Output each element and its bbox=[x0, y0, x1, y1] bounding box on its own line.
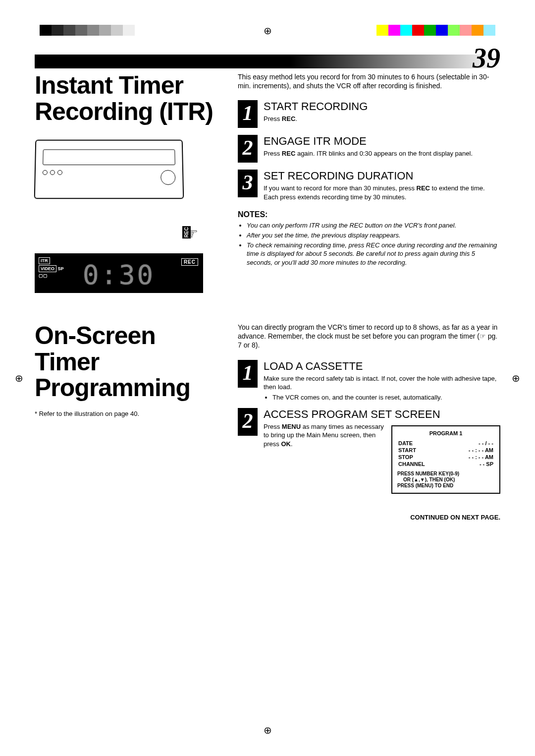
step-number: 2 bbox=[238, 408, 258, 436]
step-text: Press REC again. ITR blinks and 0:30 app… bbox=[264, 149, 500, 158]
notes-list: You can only perform ITR using the REC b… bbox=[238, 221, 500, 267]
program-footer-line: OR (▲,▼), THEN (OK) bbox=[397, 477, 494, 483]
step-number: 2 bbox=[238, 135, 258, 163]
section1-intro: This easy method lets you record for fro… bbox=[238, 72, 500, 90]
registration-mark-icon: ⊕ bbox=[15, 372, 23, 384]
rec-button-label: REC bbox=[182, 226, 191, 238]
step-2: 2 ENGAGE ITR MODE Press REC again. ITR b… bbox=[238, 135, 500, 163]
step-title: ENGAGE ITR MODE bbox=[264, 135, 500, 148]
display-video-indicator: VIDEO bbox=[39, 265, 56, 272]
page-number: 39 bbox=[473, 42, 500, 74]
vcr-illustration: ☞ REC bbox=[35, 139, 203, 229]
grayscale-bars bbox=[40, 25, 135, 36]
section-title-timer-programming: On-Screen Timer Programming bbox=[35, 323, 223, 401]
table-row: STOP- - : - - AM bbox=[398, 454, 493, 460]
registration-mark-icon: ⊕ bbox=[512, 372, 520, 384]
program-screen-box: PROGRAM 1 DATE- - / - - START- - : - - A… bbox=[391, 425, 500, 494]
registration-mark-icon: ⊕ bbox=[264, 724, 272, 736]
step-title: LOAD A CASSETTE bbox=[264, 360, 500, 373]
program-box-title: PROGRAM 1 bbox=[397, 430, 494, 436]
display-sp-indicator: SP bbox=[58, 266, 64, 271]
section-title-itr: Instant Timer Recording (ITR) bbox=[35, 72, 223, 124]
table-row: DATE- - / - - bbox=[398, 440, 493, 446]
step-1-load-cassette: 1 LOAD A CASSETTE Make sure the record s… bbox=[238, 360, 500, 401]
step-text: If you want to record for more than 30 m… bbox=[264, 184, 500, 201]
display-rec-indicator: REC bbox=[181, 258, 198, 266]
step-number: 3 bbox=[238, 170, 258, 197]
program-footer-line: PRESS NUMBER KEY(0-9) bbox=[397, 471, 494, 477]
illustration-reference: * Refer to the illustration on page 40. bbox=[35, 410, 223, 417]
step-1: 1 START RECORDING Press REC. bbox=[238, 100, 500, 128]
registration-mark-icon: ⊕ bbox=[264, 25, 272, 37]
note-item: After you set the time, the previous dis… bbox=[247, 231, 500, 240]
section2-intro: You can directly program the VCR's timer… bbox=[238, 323, 500, 350]
step-text: Press REC. bbox=[264, 115, 500, 123]
cassette-icon: ▢▢ bbox=[39, 273, 48, 278]
table-row: START- - : - - AM bbox=[398, 447, 493, 453]
step-title: SET RECORDING DURATION bbox=[264, 170, 500, 182]
step-number: 1 bbox=[238, 360, 258, 388]
step-sub-bullet: The VCR comes on, and the counter is res… bbox=[264, 394, 500, 401]
note-item: You can only perform ITR using the REC b… bbox=[247, 221, 500, 230]
note-item: To check remaining recording time, press… bbox=[247, 241, 500, 267]
display-itr-indicator: ITR bbox=[39, 257, 50, 264]
step-2-access-program: 2 ACCESS PROGRAM SET SCREEN PROGRAM 1 DA… bbox=[238, 408, 500, 494]
vcr-display-panel: ITR VIDEO SP ▢▢ REC 0:30 bbox=[35, 253, 203, 293]
step-title: ACCESS PROGRAM SET SCREEN bbox=[264, 408, 500, 421]
step-text: Make sure the record safety tab is intac… bbox=[264, 374, 500, 392]
page-header-gradient: 39 bbox=[35, 55, 500, 68]
color-swatches bbox=[376, 25, 495, 36]
step-number: 1 bbox=[238, 100, 258, 128]
notes-heading: NOTES: bbox=[238, 210, 500, 219]
step-title: START RECORDING bbox=[264, 100, 500, 113]
program-footer-line: PRESS (MENU) TO END bbox=[397, 483, 494, 489]
continued-next-page: CONTINUED ON NEXT PAGE. bbox=[238, 514, 500, 521]
table-row: CHANNEL- - SP bbox=[398, 461, 493, 467]
step-3: 3 SET RECORDING DURATION If you want to … bbox=[238, 170, 500, 201]
